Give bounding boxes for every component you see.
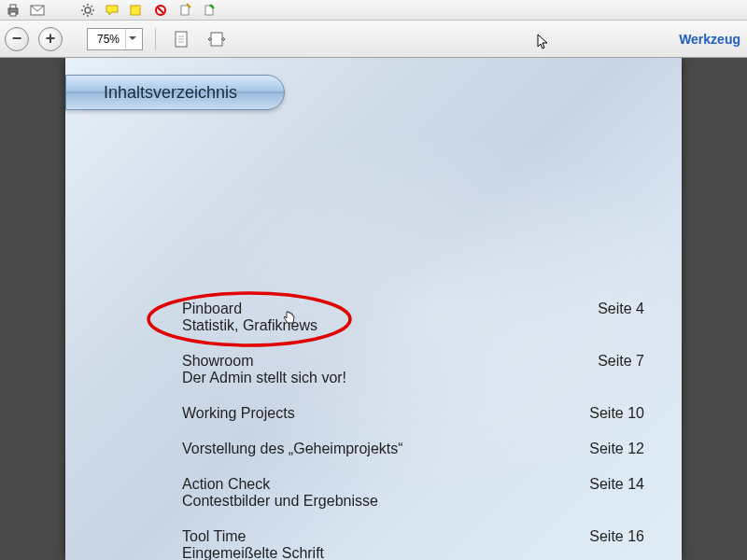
- toc-item[interactable]: Showroom Der Admin stellt sich vor! Seit…: [182, 353, 644, 386]
- svg-rect-2: [10, 12, 16, 16]
- toc-item[interactable]: Working Projects Seite 10: [182, 405, 644, 422]
- toc-item[interactable]: Tool Time Eingemeißelte Schrift Seite 16: [182, 528, 644, 560]
- toc-title: Working Projects: [182, 405, 571, 422]
- pdf-page: Inhaltsverzeichnis Pinboard Statistik, G…: [65, 58, 682, 560]
- canvas-area: Inhaltsverzeichnis Pinboard Statistik, G…: [0, 58, 747, 560]
- stamp-green-icon[interactable]: [201, 2, 218, 19]
- svg-point-4: [85, 7, 91, 13]
- print-icon[interactable]: [5, 2, 21, 19]
- toc-page: Seite 10: [571, 405, 644, 422]
- svg-rect-1: [10, 5, 16, 8]
- fit-page-icon[interactable]: [168, 26, 194, 52]
- toc-page: Seite 14: [571, 476, 644, 510]
- toolbar-top: [0, 0, 747, 21]
- svg-rect-7: [181, 6, 189, 15]
- page-title: Inhaltsverzeichnis: [65, 75, 285, 110]
- zoom-in-button[interactable]: +: [38, 27, 63, 51]
- toc-title: Vorstellung des „Geheimprojekts“: [182, 441, 571, 457]
- svg-rect-10: [211, 33, 222, 46]
- zoom-level-select[interactable]: 75%: [87, 28, 143, 50]
- toolbar-second: − + 75% Werkzeug: [0, 21, 747, 58]
- zoom-value: 75%: [92, 33, 125, 46]
- toc-item[interactable]: Vorstellung des „Geheimprojekts“ Seite 1…: [182, 441, 644, 457]
- zoom-out-button[interactable]: −: [5, 27, 29, 51]
- toc-title: Tool Time: [182, 528, 571, 545]
- tools-menu[interactable]: Werkzeug: [679, 32, 742, 47]
- toc-subtitle: Eingemeißelte Schrift: [182, 545, 571, 560]
- stamp-red-icon[interactable]: [152, 2, 169, 19]
- toc-subtitle: Statistik, Grafiknews: [182, 317, 579, 334]
- toc-title: Showroom: [182, 353, 579, 370]
- gear-icon[interactable]: [79, 2, 96, 19]
- toc-item[interactable]: Pinboard Statistik, Grafiknews Seite 4: [182, 301, 644, 334]
- toc-title: Pinboard: [182, 301, 579, 317]
- stamp-yellow-icon[interactable]: [176, 2, 193, 19]
- toc-page: Seite 12: [571, 441, 644, 457]
- toc-subtitle: Contestbilder und Ergebnisse: [182, 493, 571, 510]
- separator: [155, 28, 156, 50]
- toc-title: Action Check: [182, 476, 571, 493]
- mail-icon[interactable]: [29, 2, 46, 19]
- toc-page: Seite 16: [571, 528, 644, 560]
- toc-subtitle: Der Admin stellt sich vor!: [182, 370, 579, 386]
- toc-item[interactable]: Action Check Contestbilder und Ergebniss…: [182, 476, 644, 510]
- toc-page: Seite 7: [579, 353, 644, 386]
- toc-page: Seite 4: [579, 301, 644, 334]
- toc-list: Pinboard Statistik, Grafiknews Seite 4 S…: [182, 301, 644, 560]
- fit-width-icon[interactable]: [204, 26, 230, 52]
- note-icon[interactable]: [128, 2, 145, 19]
- svg-rect-5: [131, 6, 140, 15]
- comment-icon[interactable]: [104, 2, 120, 19]
- chevron-down-icon: [125, 29, 138, 49]
